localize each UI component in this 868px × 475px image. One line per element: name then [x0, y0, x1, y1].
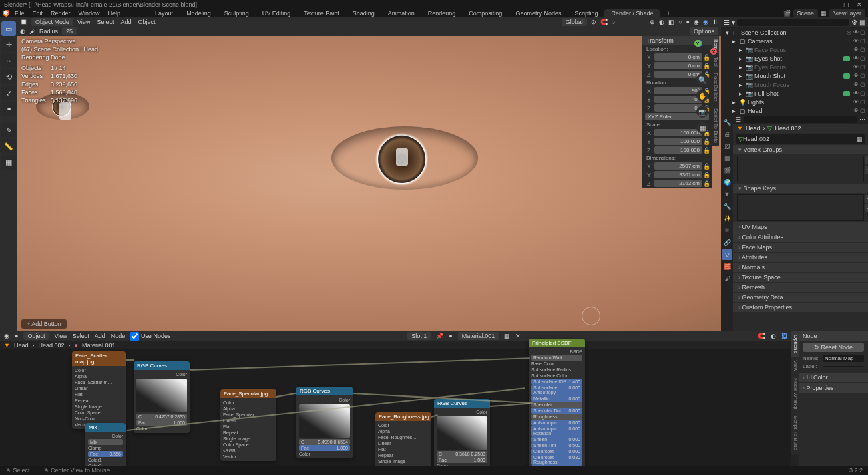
- material-field[interactable]: Material.001: [458, 332, 499, 340]
- scene-field[interactable]: Scene: [793, 9, 819, 17]
- node-menu-view[interactable]: View: [54, 333, 67, 339]
- snap-icon[interactable]: 🧲: [600, 19, 608, 25]
- props-section-attributes[interactable]: › Attributes: [733, 253, 868, 262]
- viewport-menu-add[interactable]: Add: [120, 19, 131, 25]
- menu-window[interactable]: Window: [79, 10, 100, 17]
- props-options-icon[interactable]: ⋯: [859, 116, 865, 123]
- tool-settings-icon[interactable]: ◐: [20, 28, 25, 35]
- transform-tool[interactable]: ✦: [1, 102, 16, 116]
- props-tab-3[interactable]: ▦: [722, 153, 732, 164]
- outliner-item-head[interactable]: ▸▢Head👁▢: [721, 106, 868, 115]
- minimize-button[interactable]: ─: [828, 1, 837, 8]
- props-tab-12[interactable]: 🧱: [722, 261, 732, 272]
- radius-value[interactable]: 25: [62, 27, 77, 35]
- props-section-vertex-groups[interactable]: ▾ Vertex Groups: [733, 145, 868, 154]
- zoom-button[interactable]: 🔍: [696, 73, 708, 86]
- menu-help[interactable]: Help: [108, 10, 121, 17]
- props-section-remesh[interactable]: › Remesh: [733, 283, 868, 292]
- props-section-face-maps[interactable]: › Face Maps: [733, 243, 868, 252]
- y-axis-icon[interactable]: Y: [694, 40, 701, 47]
- outliner-item-cameras[interactable]: ▸▢Cameras👁▢: [721, 37, 868, 45]
- menu-file[interactable]: File: [15, 10, 25, 17]
- props-tab-10[interactable]: 🔗: [722, 237, 732, 248]
- outliner-item-full-shot[interactable]: ▸📷Full Shot👁▢: [721, 89, 868, 98]
- node-panel-header[interactable]: Node: [799, 331, 868, 341]
- props-tab-9[interactable]: ⚛: [722, 225, 732, 236]
- move-tool[interactable]: ↔: [1, 53, 16, 68]
- node-tab-options[interactable]: Options: [791, 331, 799, 357]
- filter-icon[interactable]: ⚙: [851, 19, 857, 26]
- gizmo-icon[interactable]: ⊕: [650, 19, 655, 25]
- tab-texture-paint[interactable]: Texture Paint: [297, 9, 346, 17]
- editor-type-icon[interactable]: 🔲: [20, 19, 27, 25]
- node-face-specular-jpg[interactable]: Face_Specular.jpgColorAlphaFace_Specular…: [220, 389, 276, 461]
- outliner-search[interactable]: [737, 19, 849, 26]
- tab-scripting[interactable]: Scripting: [568, 9, 604, 17]
- props-type-icon[interactable]: ☰: [736, 116, 741, 123]
- node-tab-script-to-butto[interactable]: Script To Butto: [791, 412, 799, 454]
- cursor-tool[interactable]: ✛: [1, 37, 16, 52]
- close-button[interactable]: ✕: [855, 1, 864, 8]
- outliner-item-face-focus[interactable]: ▸📷Face Focus👁▢: [721, 45, 868, 54]
- add-tool[interactable]: ▦: [1, 155, 16, 170]
- props-tab-6[interactable]: ▼: [722, 189, 732, 200]
- outliner-item-mouth-shot[interactable]: ▸📷Mouth Shot👁▢: [721, 71, 868, 80]
- select-tool[interactable]: ▭: [1, 21, 16, 36]
- add-button-quick[interactable]: + Add Button: [21, 319, 67, 329]
- tab-modeling[interactable]: Modeling: [180, 9, 218, 17]
- proportional-icon[interactable]: ○: [612, 19, 615, 25]
- shading-material-icon[interactable]: ◉: [694, 19, 699, 25]
- tab-animation[interactable]: Animation: [381, 9, 421, 17]
- nav-gizmo[interactable]: Z Y X: [688, 40, 717, 69]
- add-item-button[interactable]: +: [865, 156, 868, 164]
- pivot-icon[interactable]: ⊙: [591, 19, 596, 25]
- maximize-button[interactable]: ▢: [841, 1, 851, 8]
- mesh-name-field[interactable]: ▽ Head.002 ▦: [736, 134, 865, 144]
- options-dropdown[interactable]: Options: [690, 27, 718, 35]
- outliner-root[interactable]: ▾▢Scene Collection◎👁▢: [721, 28, 868, 37]
- material-browse-icon[interactable]: ▦: [504, 333, 510, 339]
- tab-compositing[interactable]: Compositing: [462, 9, 509, 17]
- props-tab-4[interactable]: 🎬: [722, 165, 732, 176]
- outliner-item-eyes-focus[interactable]: ▸📷Eyes Focus👁▢: [721, 63, 868, 71]
- node-menu-node[interactable]: Node: [111, 333, 126, 339]
- props-section-normals[interactable]: › Normals: [733, 263, 868, 272]
- annotate-tool[interactable]: ✎: [1, 123, 16, 138]
- new-collection-icon[interactable]: ▦: [859, 19, 865, 26]
- pause-render-icon[interactable]: ⏸: [712, 19, 718, 25]
- outliner-item-mouth-focus[interactable]: ▸📷Mouth Focus👁▢: [721, 80, 868, 89]
- scale-tool[interactable]: ⤢: [1, 86, 16, 100]
- add-item-button[interactable]: +: [865, 195, 868, 203]
- props-section-geometry-data[interactable]: › Geometry Data: [733, 293, 868, 302]
- overlay-icon[interactable]: ◐: [659, 19, 664, 25]
- outliner-type-icon[interactable]: ☰: [724, 19, 730, 26]
- props-tab-11[interactable]: ▽: [722, 249, 732, 260]
- mode-dropdown[interactable]: Object Mode: [31, 18, 73, 26]
- node-rgb-curves[interactable]: RGB CurvesColorC0.4990 0.6594Fac1.000Col…: [296, 387, 353, 458]
- tab-sculpting[interactable]: Sculpting: [218, 9, 256, 17]
- props-search[interactable]: [744, 116, 857, 123]
- orientation-dropdown[interactable]: Global: [562, 18, 587, 26]
- outliner-item-lights[interactable]: ▸💡Lights👁▢: [721, 98, 868, 106]
- persp-button[interactable]: ▦: [696, 122, 708, 134]
- shading-wire-icon[interactable]: ○: [678, 19, 682, 25]
- tab-shading[interactable]: Shading: [346, 9, 381, 17]
- xray-icon[interactable]: ◧: [668, 19, 674, 25]
- props-section-color-attributes[interactable]: › Color Attributes: [733, 232, 868, 242]
- node-editor-type-icon[interactable]: ◉: [4, 333, 9, 339]
- object-dropdown[interactable]: Object: [23, 332, 49, 340]
- node-tab-node-wrangl[interactable]: Node Wrangl: [791, 375, 799, 413]
- node-name-field[interactable]: Normal Map: [823, 355, 864, 362]
- props-tab-5[interactable]: 🌍: [722, 177, 732, 188]
- brush-icon[interactable]: 🖌: [29, 28, 35, 35]
- node-principled-bsdf[interactable]: Principled BSDFBSDFRandom WalkBase Color…: [529, 339, 585, 466]
- props-section-uv-maps[interactable]: › UV Maps: [733, 222, 868, 232]
- node-label-field[interactable]: [823, 366, 864, 367]
- outliner-item-eyes-shot[interactable]: ▸📷Eyes Shot👁▢: [721, 54, 868, 63]
- tab-render---shade[interactable]: Render / Shade: [604, 9, 660, 17]
- viewport-menu-view[interactable]: View: [77, 19, 90, 25]
- node-rgb-curves[interactable]: RGB CurvesColorC0.4757 0.2835Fac1.000Col…: [134, 361, 190, 433]
- node-menu-select[interactable]: Select: [73, 333, 89, 339]
- tab-geometry-nodes[interactable]: Geometry Nodes: [509, 9, 568, 17]
- node-face-roughness-jpg[interactable]: Face_Roughness.jpgColorAlphaFace_Roughne…: [375, 412, 431, 466]
